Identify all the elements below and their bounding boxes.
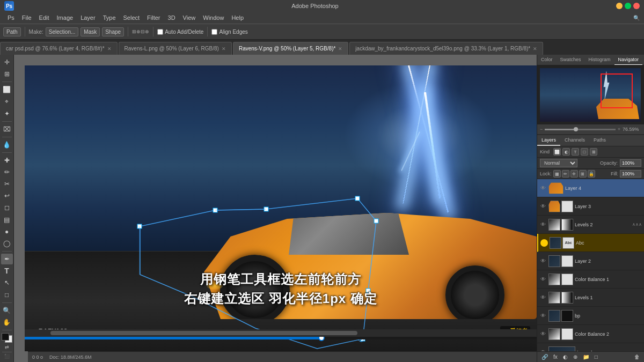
nav-zoom-minus[interactable]: −	[540, 127, 543, 132]
link-layers-btn[interactable]: 🔗	[540, 353, 550, 360]
search-button[interactable]: 🔍	[633, 15, 640, 21]
tool-history[interactable]: ↩	[1, 190, 13, 201]
tab-close-4[interactable]: ✕	[533, 46, 537, 51]
kind-shape-icon[interactable]: □	[581, 148, 588, 156]
layer-color-balance-1[interactable]: 👁 Color Balance 1	[537, 270, 644, 289]
layer-4[interactable]: 👁 Layer 4	[537, 179, 644, 197]
tab-channels[interactable]: Channels	[560, 135, 589, 146]
layer-2[interactable]: 👁 Layer 2	[537, 252, 644, 270]
opacity-input[interactable]	[620, 159, 641, 167]
tool-eraser[interactable]: ◻	[1, 202, 13, 213]
menu-window[interactable]: Window	[200, 13, 227, 22]
levels-1-visibility[interactable]: 👁	[539, 294, 547, 301]
tool-brush[interactable]: ✏	[1, 167, 13, 178]
tool-hand[interactable]: ✋	[1, 317, 13, 328]
tab-histogram[interactable]: Histogram	[585, 55, 614, 65]
tab-close-3[interactable]: ✕	[338, 46, 342, 51]
tab-close-1[interactable]: ✕	[107, 46, 112, 51]
horizontal-scrollbar[interactable]	[25, 329, 537, 337]
maximize-button[interactable]	[625, 3, 631, 9]
layer-3[interactable]: 👁 Layer 3	[537, 197, 644, 216]
tool-magic-wand[interactable]: ✦	[1, 108, 13, 119]
close-button[interactable]	[633, 3, 640, 9]
tool-healing[interactable]: ✚	[1, 155, 13, 166]
menu-image[interactable]: Image	[54, 13, 77, 22]
layer-abc[interactable]: Abc Abc	[537, 234, 644, 252]
menu-ps[interactable]: Ps	[4, 13, 18, 22]
nav-zoom-plus[interactable]: +	[618, 127, 620, 132]
tab-ravens-l[interactable]: Ravens-L.png @ 50% (Layer 6, RGB/8) ✕	[119, 42, 232, 55]
tab-layers[interactable]: Layers	[537, 135, 560, 146]
tool-gradient[interactable]: ▤	[1, 215, 13, 225]
lock-position[interactable]: ✛	[570, 170, 578, 178]
tool-move[interactable]: ✛	[1, 57, 13, 68]
layer-1[interactable]: 👁 Layer 1	[537, 343, 644, 351]
fill-input[interactable]	[620, 170, 641, 178]
tab-color[interactable]: Color	[537, 55, 557, 65]
lock-image[interactable]: ✏	[562, 170, 569, 178]
anchor-4[interactable]	[355, 196, 360, 201]
bp-visibility[interactable]: 👁	[539, 312, 547, 320]
tool-pen[interactable]: ✒	[1, 254, 13, 264]
layer-2-visibility[interactable]: 👁	[539, 257, 547, 265]
kind-smart-icon[interactable]: ⊞	[590, 148, 597, 156]
selection-btn[interactable]: Selection...	[46, 27, 78, 36]
kind-adjustment-icon[interactable]: ◐	[562, 148, 570, 156]
anchor-5[interactable]	[374, 219, 378, 223]
auto-add-delete-checkbox[interactable]	[157, 29, 163, 35]
tool-clone[interactable]: ✂	[1, 179, 13, 189]
menu-view[interactable]: View	[180, 13, 199, 22]
foreground-color[interactable]	[2, 333, 12, 343]
lock-artboard[interactable]: ⊞	[579, 170, 587, 178]
nav-zoom-slider[interactable]	[545, 129, 615, 130]
tab-paths[interactable]: Paths	[589, 135, 610, 146]
layer-bp[interactable]: 👁 bp	[537, 307, 644, 325]
tool-crop[interactable]: ⌧	[1, 124, 13, 135]
levels-2-visibility[interactable]: 👁	[539, 221, 547, 228]
tool-blur[interactable]: ●	[1, 226, 13, 237]
group-layers-btn[interactable]: 📁	[581, 353, 591, 360]
tab-jackdaw[interactable]: jackdaw_by_frankandcarystock_d5el39o.png…	[349, 42, 543, 55]
tool-eyedropper[interactable]: 💧	[1, 139, 13, 150]
delete-layer-btn[interactable]: 🗑	[633, 353, 641, 360]
h-scroll-thumb[interactable]	[50, 331, 357, 335]
layer-style-btn[interactable]: fx	[552, 353, 559, 360]
align-edges-checkbox[interactable]	[211, 29, 217, 35]
lock-transparency[interactable]: ▦	[553, 170, 561, 178]
layer-levels-1[interactable]: 👁 Levels 1	[537, 289, 644, 307]
lock-all[interactable]: 🔒	[588, 170, 595, 178]
layer-4-visibility[interactable]: 👁	[539, 184, 547, 192]
video-progress-bar[interactable]	[25, 337, 537, 339]
minimize-button[interactable]	[616, 3, 623, 9]
layer-levels-2[interactable]: 👁 Levels 2 ∧∧∧	[537, 216, 644, 234]
path-btn[interactable]: Path	[3, 27, 21, 36]
tool-zoom[interactable]: 🔍	[1, 305, 13, 316]
layer-mask-btn[interactable]: ◐	[561, 353, 569, 360]
menu-filter[interactable]: Filter	[144, 13, 163, 22]
tool-dodge[interactable]: ◯	[1, 238, 13, 249]
nav-zoom-handle[interactable]	[574, 127, 578, 131]
window-controls[interactable]	[616, 3, 640, 9]
tool-type[interactable]: T	[1, 265, 13, 276]
adjustment-layer-btn[interactable]: ⊕	[572, 353, 579, 360]
blend-mode-select[interactable]: Normal Multiply Screen Overlay	[540, 159, 577, 167]
menu-help[interactable]: Help	[228, 13, 247, 22]
tool-shape[interactable]: □	[1, 289, 13, 300]
menu-3d[interactable]: 3D	[165, 13, 179, 22]
tool-lasso[interactable]: ⌖	[1, 96, 13, 107]
color-balance-1-visibility[interactable]: 👁	[539, 276, 547, 283]
kind-pixel-icon[interactable]: ⬜	[553, 148, 561, 156]
tool-path-select[interactable]: ↖	[1, 277, 13, 288]
swap-colors[interactable]: ⇄	[5, 344, 9, 350]
menu-file[interactable]: File	[19, 13, 35, 22]
layer-color-balance-2[interactable]: 👁 Color Balance 2	[537, 325, 644, 343]
tab-car-psd[interactable]: car psd.psd @ 76.6% (Layer 4, RGB/8#)* ✕	[0, 42, 118, 55]
tool-select-rect[interactable]: ⬜	[1, 84, 13, 95]
tab-ravens-v[interactable]: Ravens-V.png @ 50% (Layer 5, RGB/8)* ✕	[233, 42, 348, 55]
tab-close-2[interactable]: ✕	[222, 46, 226, 51]
tool-artboard[interactable]: ⊞	[1, 69, 13, 79]
menu-layer[interactable]: Layer	[77, 13, 99, 22]
menu-select[interactable]: Select	[120, 13, 143, 22]
anchor-6[interactable]	[366, 289, 370, 293]
color-balance-2-visibility[interactable]: 👁	[539, 330, 547, 338]
